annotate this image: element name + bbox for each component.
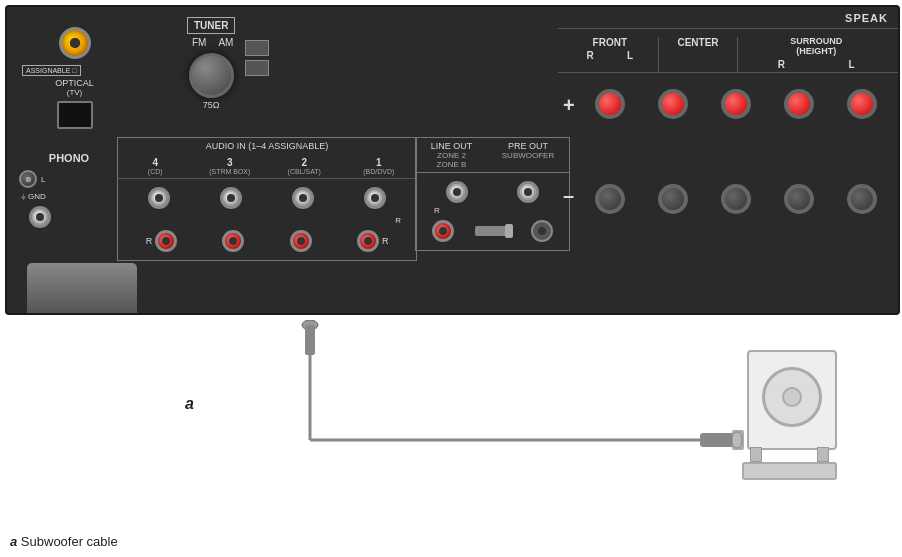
channel-1: 1 (BD/DVD) bbox=[349, 157, 409, 175]
front-rl: R L bbox=[565, 48, 655, 63]
rca-ch1-red[interactable] bbox=[357, 230, 379, 252]
ch1-r-letter: R bbox=[382, 236, 389, 246]
plus-terminals-row bbox=[578, 89, 893, 119]
svg-rect-4 bbox=[700, 433, 735, 447]
line-pre-red-row bbox=[415, 217, 570, 251]
ohm-label: 75Ω bbox=[187, 100, 235, 110]
optical-label: OPTICAL bbox=[17, 78, 132, 88]
subwoofer-leg-left bbox=[750, 447, 762, 462]
plug-visualization bbox=[475, 220, 510, 242]
pre-out-group: PRE OUT SUBWOOFER bbox=[502, 141, 554, 169]
speaker-headers: FRONT R L CENTER SURROUND(HEIGHT) bbox=[558, 29, 898, 73]
receiver-foot bbox=[27, 263, 137, 313]
line-pre-section: LINE OUT ZONE 2 ZONE B PRE OUT SUBWOOFER… bbox=[415, 137, 570, 251]
line-r-label: R bbox=[434, 206, 440, 215]
channel-2: 2 (CBL/SAT) bbox=[274, 157, 334, 175]
receiver-panel: SPEAK ASSIGNABLE □ OPTICAL (TV) TUNER FM bbox=[5, 5, 900, 315]
sub-female-jack[interactable] bbox=[531, 220, 553, 242]
main-container: SPEAK ASSIGNABLE □ OPTICAL (TV) TUNER FM bbox=[0, 0, 902, 557]
bottom-caption: a Subwoofer cable bbox=[10, 534, 118, 549]
minus-terminals-row bbox=[578, 184, 893, 214]
center-plus-terminal[interactable] bbox=[721, 89, 751, 119]
left-column: ASSIGNABLE □ OPTICAL (TV) bbox=[17, 22, 132, 129]
rca-ch3-red[interactable] bbox=[222, 230, 244, 252]
fm-label: FM bbox=[192, 37, 206, 48]
subwoofer-dustcap bbox=[782, 387, 802, 407]
line-pre-white-row bbox=[415, 173, 570, 206]
zone2-red-rca[interactable] bbox=[432, 220, 454, 242]
optical-port[interactable] bbox=[57, 101, 93, 129]
rca-ch3-white[interactable] bbox=[220, 187, 242, 209]
ground-symbol: ⏚ bbox=[21, 192, 26, 201]
surround-l-plus-terminal[interactable] bbox=[847, 89, 877, 119]
caption-letter: a bbox=[10, 534, 17, 549]
cable-diagram-area: a bbox=[0, 320, 902, 540]
tv-label: (TV) bbox=[17, 88, 132, 97]
bd-dvd-label-row: R bbox=[117, 216, 417, 227]
am-terminals bbox=[245, 40, 269, 76]
phono-l-row: ⊗ L bbox=[19, 170, 119, 188]
zone2-label: ZONE 2 bbox=[431, 151, 473, 160]
surround-r-plus-terminal[interactable] bbox=[784, 89, 814, 119]
front-r-label: R bbox=[586, 50, 593, 61]
tuner-label: TUNER bbox=[187, 17, 235, 34]
caption-text: Subwoofer cable bbox=[21, 534, 118, 549]
tuner-section: TUNER FM AM 75Ω bbox=[187, 15, 317, 110]
rca-ch4-white[interactable] bbox=[148, 187, 170, 209]
svg-rect-3 bbox=[305, 325, 315, 355]
speak-label-bar: SPEAK bbox=[558, 7, 898, 29]
line-out-group: LINE OUT ZONE 2 ZONE B bbox=[431, 141, 473, 169]
sub-white-rca[interactable] bbox=[517, 181, 539, 203]
rca-center-pin bbox=[70, 38, 80, 48]
line-r-label-row: R bbox=[415, 206, 570, 217]
speaker-section: FRONT R L CENTER SURROUND(HEIGHT) bbox=[558, 29, 898, 315]
rca-ch2-white[interactable] bbox=[292, 187, 314, 209]
rca-ch1-white[interactable] bbox=[364, 187, 386, 209]
center-minus-terminal[interactable] bbox=[721, 184, 751, 214]
surround-l-label: L bbox=[848, 59, 854, 70]
front-l-minus-terminal[interactable] bbox=[658, 184, 688, 214]
line-out-label: LINE OUT bbox=[431, 141, 473, 151]
tuner-knob[interactable] bbox=[189, 53, 234, 98]
zone2-white-rca[interactable] bbox=[446, 181, 468, 203]
subwoofer-label: SUBWOOFER bbox=[502, 151, 554, 160]
phono-gnd-symbol: ⊗ bbox=[19, 170, 37, 188]
am-label: AM bbox=[218, 37, 233, 48]
am-terminal-1[interactable] bbox=[245, 40, 269, 56]
phono-section: PHONO ⊗ L ⏚ GND bbox=[19, 152, 119, 228]
audio-in-label: AUDIO IN (1–4 ASSIGNABLE) bbox=[117, 137, 417, 154]
front-r-minus-terminal[interactable] bbox=[595, 184, 625, 214]
surround-l-minus-terminal[interactable] bbox=[847, 184, 877, 214]
gnd-row: ⏚ GND bbox=[21, 192, 119, 201]
center-header: CENTER bbox=[663, 37, 733, 72]
rca-ch2-red[interactable] bbox=[290, 230, 312, 252]
front-r-plus-terminal[interactable] bbox=[595, 89, 625, 119]
am-terminal-2[interactable] bbox=[245, 60, 269, 76]
ch1-r-group: R bbox=[357, 230, 389, 252]
surround-r-minus-terminal[interactable] bbox=[784, 184, 814, 214]
zone-b-label: ZONE B bbox=[431, 160, 473, 169]
surround-r-label: R bbox=[778, 59, 785, 70]
channel-3: 3 (STRM BOX) bbox=[200, 157, 260, 175]
bd-dvd-group bbox=[364, 187, 386, 213]
divider-1 bbox=[658, 37, 659, 72]
subwoofer-illustration bbox=[732, 350, 847, 480]
assignable-label: ASSIGNABLE □ bbox=[22, 65, 81, 76]
surround-rl: R L bbox=[741, 57, 891, 72]
phono-l-label: L bbox=[41, 175, 45, 184]
front-l-plus-terminal[interactable] bbox=[658, 89, 688, 119]
phono-white-rca[interactable] bbox=[29, 206, 51, 228]
subwoofer-base bbox=[742, 462, 837, 480]
front-l-label: L bbox=[627, 50, 633, 61]
speak-label: SPEAK bbox=[845, 12, 888, 24]
front-label: FRONT bbox=[565, 37, 655, 48]
audio-in-section: AUDIO IN (1–4 ASSIGNABLE) 4 (CD) 3 (STRM… bbox=[117, 137, 417, 261]
orange-rca-connector[interactable] bbox=[59, 27, 91, 59]
surround-header: SURROUND(HEIGHT) R L bbox=[741, 37, 891, 72]
gnd-label: GND bbox=[28, 192, 46, 201]
rca-ch4-red[interactable] bbox=[155, 230, 177, 252]
center-label: CENTER bbox=[663, 37, 733, 48]
white-rca-row bbox=[117, 179, 417, 216]
plus-label: + bbox=[563, 94, 575, 117]
surround-label: SURROUND(HEIGHT) bbox=[741, 37, 891, 57]
